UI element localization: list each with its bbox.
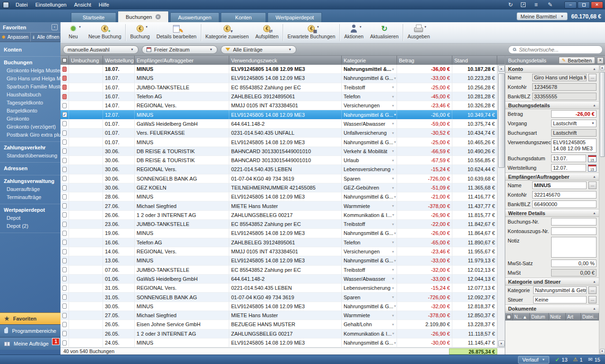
table-row[interactable]: 30.06.DB REISE & TOURISTIKBAHNCARD 30133…: [60, 156, 497, 165]
kategorie-dropdown-icon[interactable]: ▼: [393, 304, 397, 308]
table-row[interactable]: 26.05.1 2 oder 3 INTERNET AGZAHLUNGSBELE…: [60, 329, 497, 338]
row-select-cell[interactable]: [60, 65, 69, 73]
section-konto[interactable]: Konto▲: [505, 65, 599, 73]
section-weitere-details[interactable]: Weitere Details▲: [505, 209, 599, 217]
sidebar-item-girokonto[interactable]: Girokonto: [0, 115, 60, 123]
dokumente-select-column[interactable]: [505, 313, 513, 321]
table-row[interactable]: 27.06.Michael SiegfriedMIETE Hans Muster…: [60, 201, 497, 210]
table-row[interactable]: 16.07.JUMBO-TANKSTELLEEC 85543852 Zahlun…: [60, 83, 497, 92]
kategorie-dropdown-icon[interactable]: ▼: [391, 177, 395, 180]
table-row[interactable]: 01.07.Vers. FEUERKASSE0231-014.540.435 U…: [60, 129, 497, 138]
column-header-stand[interactable]: Stand: [452, 56, 497, 65]
sidebar-item-adressen[interactable]: Adressen: [0, 164, 60, 173]
sidebar-item-girokonto-verzögert[interactable]: Girokonto (verzögert): [0, 123, 60, 131]
verlauf-button[interactable]: Verlauf▼: [518, 356, 549, 364]
column-header-kategorie[interactable]: Kategorie: [342, 56, 397, 65]
row-select-cell[interactable]: [60, 256, 69, 265]
table-row[interactable]: 07.06.JUMBO-TANKSTELLEEC 85543852 Zahlun…: [60, 266, 497, 275]
row-select-cell[interactable]: [60, 284, 69, 292]
sidebar-item-tagesgeldkonto[interactable]: Tagesgeldkonto: [0, 99, 60, 107]
kategorie-dropdown-icon[interactable]: ▼: [391, 186, 395, 190]
row-select-cell[interactable]: [60, 302, 69, 311]
row-select-cell[interactable]: [60, 311, 69, 320]
buchungsdatum-field[interactable]: 13.07.: [551, 155, 586, 162]
verwendungszweck-field[interactable]: ELV91245805 14.08 12.09 ME3 DIE KLEINEN …: [551, 139, 596, 153]
kategorie-dropdown-icon[interactable]: ▼: [393, 140, 397, 144]
table-row[interactable]: 30.05.MINUSELV91245805 14.08 12.09 ME3Na…: [60, 302, 497, 311]
table-row[interactable]: 31.05.REGIONAL Vers.0221-014.540.435 LEB…: [60, 284, 497, 293]
kategorie-dropdown-icon[interactable]: ▼: [391, 250, 395, 253]
sidebar-item-girokonto-helga-muster[interactable]: Girokonto Helga Muster: [0, 67, 60, 75]
sidebar-item-zahlungsverwaltung[interactable]: Zahlungsverwaltung: [0, 177, 60, 185]
section-buchungsdetails[interactable]: Buchungsdetails▲: [505, 101, 599, 109]
row-select-cell[interactable]: [60, 183, 69, 192]
row-checkbox[interactable]: [62, 331, 67, 336]
table-row[interactable]: 28.06.MINUSELV91245805 14.08 12.09 ME3Na…: [60, 192, 497, 201]
tab-startseite[interactable]: Startseite: [71, 12, 116, 22]
sidebar-item-depot[interactable]: Depot: [0, 214, 60, 222]
tab-wertpapierdepot[interactable]: Wertpapierdepot: [268, 12, 322, 22]
refresh-icon[interactable]: ↻: [507, 1, 514, 8]
kategorie-dropdown-icon[interactable]: ▼: [391, 268, 395, 271]
row-select-cell[interactable]: [60, 165, 69, 173]
kategorie-dropdown-icon[interactable]: ▼: [391, 168, 395, 171]
maximize-button[interactable]: [578, 1, 590, 9]
mwst-satz-field[interactable]: 0,00 %: [551, 260, 596, 267]
tab-close-icon[interactable]: ✕: [156, 14, 161, 19]
table-row[interactable]: 01.06.GaWaS Heidelberg GmbH644.641.148-2…: [60, 275, 497, 284]
sidebar-item-haushaltsbuch[interactable]: Haushaltsbuch: [0, 91, 60, 99]
table-row[interactable]: 31.05.SONNENGELB BANK AG01-07-04 KG0 49 …: [60, 293, 497, 302]
table-row[interactable]: 01.07.MINUSELV91245805 14.08 12.09 ME3Na…: [60, 138, 497, 147]
row-select-cell[interactable]: [60, 320, 69, 329]
table-row[interactable]: 24.05.MINUSELV91245805 14.08 12.09 ME3Na…: [60, 338, 497, 347]
row-select-cell[interactable]: [60, 147, 69, 156]
toolbar-button-kategorie-zuweisen[interactable]: €▾Kategorie zuweisen: [202, 23, 252, 43]
row-checkbox[interactable]: [62, 176, 67, 181]
scroll-down-icon[interactable]: ▼: [498, 340, 505, 347]
table-row[interactable]: 16.07.Telefon AGZAHLBELEG 39124895061Tel…: [60, 92, 497, 101]
status-mail[interactable]: ✉15: [588, 356, 600, 363]
row-checkbox[interactable]: [62, 249, 67, 254]
menu-ansicht[interactable]: Ansicht: [70, 1, 95, 9]
select-all-checkbox[interactable]: [62, 58, 67, 62]
select-all-checkbox[interactable]: [507, 315, 511, 319]
status-warnings[interactable]: ⚠1: [573, 356, 583, 363]
kategorie-dropdown-icon[interactable]: ▼: [393, 113, 397, 116]
kategorie-dropdown-icon[interactable]: ▼: [391, 277, 395, 280]
toolbar-button-ausgeben[interactable]: ▼Ausgeben: [404, 23, 433, 43]
edit-button[interactable]: ✎Bearbeiten: [559, 57, 595, 64]
row-select-cell[interactable]: [60, 211, 69, 219]
dokumente-column-art[interactable]: Art: [566, 313, 581, 321]
menu-einstellungen[interactable]: Einstellungen: [32, 1, 70, 9]
kategorie-dropdown-icon[interactable]: ▼: [391, 122, 395, 125]
mwst-field[interactable]: 0,00 €: [551, 269, 596, 277]
row-select-cell[interactable]: [60, 266, 69, 274]
row-checkbox[interactable]: [62, 222, 67, 227]
empfaenger-name-field[interactable]: MINUS: [532, 182, 587, 189]
empfaenger-blz-field[interactable]: 66490000: [532, 200, 596, 208]
calendar-icon[interactable]: 15: [588, 165, 596, 172]
table-row[interactable]: 30.06.GEZ KOELNTEILNEHMERNUMMER 42145508…: [60, 183, 497, 192]
barmittel-dropdown[interactable]: Meine Barmittel ▼: [517, 12, 567, 20]
status-done[interactable]: ✓13: [555, 356, 567, 363]
sidebar-item-zahlungsverkehr[interactable]: Zahlungsverkehr: [0, 143, 60, 152]
kategorie-field[interactable]: Nahrungsmittel & Getränke: [533, 286, 587, 294]
steuer-browse-button[interactable]: ...: [588, 296, 596, 303]
notiz-field[interactable]: [551, 237, 596, 258]
sidebar-tool-anpassen[interactable]: ✱Anpassen: [0, 33, 31, 42]
table-row[interactable]: 14.06.REGIONAL Vers.MMJJ 0105 INT 473338…: [60, 247, 497, 256]
row-checkbox[interactable]: [62, 103, 67, 108]
table-row[interactable]: 30.06.REGIONAL Vers.0221-014.540.435 LEB…: [60, 165, 497, 174]
scroll-up-icon[interactable]: ▲: [600, 65, 605, 70]
empfaenger-browse-button[interactable]: ...: [588, 182, 596, 189]
row-select-cell[interactable]: [60, 74, 69, 82]
row-select-cell[interactable]: [60, 101, 69, 110]
row-checkbox[interactable]: [62, 313, 67, 318]
row-select-cell[interactable]: [60, 229, 69, 237]
nav-favoriten[interactable]: ★Favoriten: [0, 312, 60, 324]
table-row[interactable]: ✓12.07.MINUSELV91245805 14.08 12.09 ME3N…: [60, 110, 497, 119]
scroll-down-icon[interactable]: ▼: [600, 349, 605, 354]
konto-nr-field[interactable]: 12345678: [532, 83, 596, 91]
dokumente-column-datum[interactable]: Datum: [530, 313, 549, 321]
row-checkbox[interactable]: [62, 303, 67, 309]
